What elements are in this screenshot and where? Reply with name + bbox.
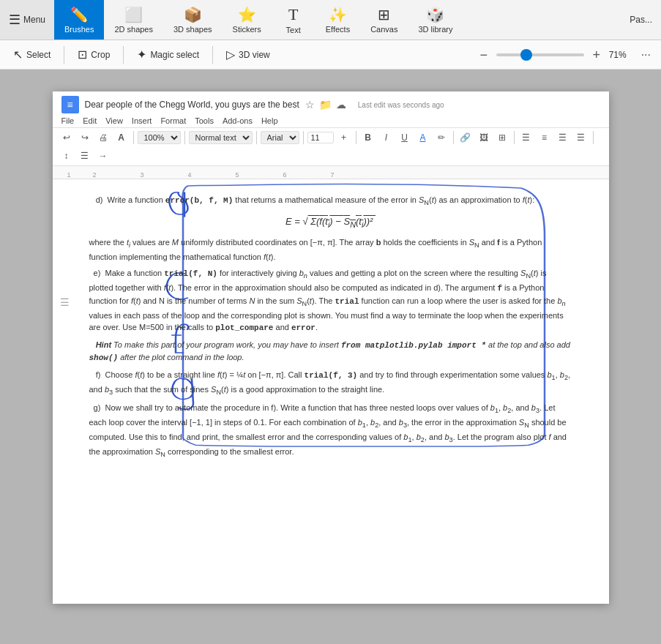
fmt-divider-3 (256, 131, 257, 144)
3dshapes-label: 3D shapes (173, 25, 212, 34)
doc-menu-view[interactable]: View (105, 116, 123, 125)
image-button[interactable]: 🖼 (476, 130, 492, 146)
bold-button[interactable]: B (360, 130, 376, 146)
more-button[interactable]: Pas... (621, 0, 661, 40)
doc-menu-bar: File Edit View Insert Format Tools Add-o… (61, 116, 600, 126)
doc-menu-edit[interactable]: Edit (83, 116, 97, 125)
fmt-divider-7 (514, 131, 515, 144)
toolbar-divider-2 (123, 46, 124, 64)
zoom-more-button[interactable]: ··· (637, 48, 655, 61)
indent-button[interactable]: → (95, 148, 111, 164)
3dview-icon: ▷ (226, 48, 235, 61)
paint-format-button[interactable]: A (113, 130, 130, 146)
align-center-button[interactable]: ≡ (537, 130, 553, 146)
star-icon[interactable]: ☆ (305, 99, 315, 111)
menu-label: Menu (23, 15, 45, 25)
text-color-button[interactable]: A (415, 130, 431, 146)
3dview-button[interactable]: ▷ 3D view (219, 45, 277, 64)
style-select[interactable]: Normal text (189, 131, 253, 144)
doc-menu-addons[interactable]: Add-ons (223, 116, 253, 125)
3dview-label: 3D view (239, 50, 270, 60)
format-toolbar: ↩ ↪ 🖨 A 100% Normal text Arial + B I U A (53, 128, 609, 166)
print-button[interactable]: 🖨 (95, 130, 111, 146)
toolbar-brushes[interactable]: ✏️ Brushes (54, 0, 104, 40)
align-justify-button[interactable]: ☰ (573, 130, 589, 146)
brushes-label: Brushes (64, 25, 94, 34)
highlight-button[interactable]: ✏ (433, 130, 449, 146)
select-button[interactable]: ↖ Select (6, 45, 58, 64)
crop-label: Crop (91, 50, 110, 60)
part-f: f) Choose f(t) to be a straight line f(t… (89, 369, 572, 398)
text-icon: T (288, 5, 298, 24)
magic-select-icon: ✦ (137, 48, 146, 61)
menu-button[interactable]: ☰ Menu (0, 0, 54, 40)
zoom-out-button[interactable]: − (476, 47, 492, 63)
zoom-value: 71% (609, 50, 632, 60)
cursor-icon: ↖ (13, 48, 23, 61)
doc-menu-insert[interactable]: Insert (132, 116, 152, 125)
folder-icon[interactable]: 📁 (319, 99, 332, 111)
line-spacing-button[interactable]: ↕ (59, 148, 75, 164)
toolbar-canvas[interactable]: ⊞ Canvas (360, 0, 408, 40)
font-select[interactable]: Arial (261, 131, 299, 144)
crop-button[interactable]: ⊡ Crop (70, 45, 117, 64)
2dshapes-icon: ⬜ (124, 6, 143, 23)
ruler: 1 2 3 4 5 6 7 (53, 166, 609, 179)
brushes-icon: ✏️ (70, 6, 89, 23)
fmt-divider-5 (356, 131, 356, 144)
part-g: g) Now we shall try to automate the proc… (89, 402, 572, 460)
underline-button[interactable]: U (397, 130, 413, 146)
link-button[interactable]: 🔗 (458, 130, 474, 146)
doc-menu-tools[interactable]: Tools (195, 116, 214, 125)
select-label: Select (26, 50, 51, 60)
ruler-marks: 1 2 3 4 5 6 7 (53, 166, 609, 179)
magic-select-label: Magic select (150, 50, 199, 60)
undo-button[interactable]: ↩ (59, 130, 75, 146)
align-left-button[interactable]: ☰ (518, 130, 534, 146)
toolbar-text[interactable]: T Text (272, 0, 315, 40)
3dlibrary-label: 3D library (418, 25, 452, 34)
part-d: d) Write a function error(b, f, M) that … (89, 194, 572, 209)
doc-menu-help[interactable]: Help (261, 116, 278, 125)
document: ≡ Dear people of the Chegg World, you gu… (53, 91, 609, 604)
toolbar-2dshapes[interactable]: ⬜ 2D shapes (104, 0, 163, 40)
fmt-divider-4 (303, 131, 304, 144)
doc-menu-format[interactable]: Format (160, 116, 186, 125)
effects-icon: ✨ (329, 6, 347, 23)
toolbar-effects[interactable]: ✨ Effects (315, 0, 360, 40)
doc-menu-file[interactable]: File (61, 116, 75, 125)
table-button[interactable]: ⊞ (494, 130, 510, 146)
toolbar-3dlibrary[interactable]: 🎲 3D library (408, 0, 463, 40)
fmt-divider-8 (593, 131, 594, 144)
3dlibrary-icon: 🎲 (426, 6, 444, 23)
doc-title-icons: ☆ 📁 ☁ (305, 99, 346, 111)
zoom-select[interactable]: 100% (138, 131, 181, 144)
canvas-area: ≡ Dear people of the Chegg World, you gu… (0, 70, 661, 644)
italic-button[interactable]: I (378, 130, 395, 146)
stickers-icon: ⭐ (238, 6, 256, 23)
toolbar-3dshapes[interactable]: 📦 3D shapes (163, 0, 223, 40)
hint: Hint To make this part of your program w… (89, 339, 572, 364)
cloud-icon[interactable]: ☁ (336, 99, 346, 111)
zoom-in-button[interactable]: + (589, 47, 605, 63)
doc-header: ≡ Dear people of the Chegg World, you gu… (53, 91, 609, 128)
font-size-up-button[interactable]: + (336, 130, 352, 146)
fmt-divider-6 (453, 131, 454, 144)
list-button[interactable]: ☰ (77, 148, 93, 164)
zoom-slider[interactable] (496, 53, 584, 56)
redo-button[interactable]: ↪ (77, 130, 93, 146)
toolbar-divider-1 (64, 46, 64, 64)
where-text: where the ti values are M uniformly dist… (89, 236, 572, 263)
doc-body: ☰ d) Writ (53, 179, 609, 487)
text-label: Text (286, 26, 301, 34)
formula-E: E = √ Σ(f(ti) − SN(ti))² (89, 214, 572, 231)
part-e: e) Make a function trial(f, N) for inter… (89, 267, 572, 334)
stickers-label: Stickers (233, 25, 261, 34)
magic-select-button[interactable]: ✦ Magic select (130, 45, 206, 64)
doc-title: Dear people of the Chegg World, you guys… (85, 100, 299, 110)
align-right-button[interactable]: ☰ (555, 130, 571, 146)
canvas-label: Canvas (370, 25, 397, 34)
font-size-input[interactable] (307, 132, 334, 143)
toolbar-stickers[interactable]: ⭐ Stickers (223, 0, 272, 40)
canvas-icon: ⊞ (378, 6, 390, 23)
